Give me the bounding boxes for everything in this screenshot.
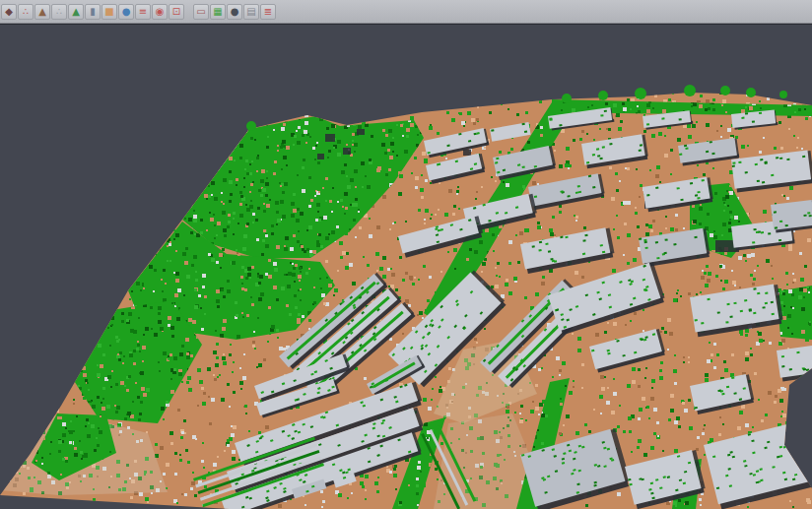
model-block-icon[interactable]: ▮ [85,4,101,20]
app-window: ◆∴▲∴▲▮■●≡◉⊡▭▦●▤≣ [0,0,812,509]
layers-icon[interactable]: ≣ [260,4,276,20]
photos-icon[interactable]: ▤ [243,4,259,20]
point-select-icon[interactable]: ∴ [18,4,34,20]
globe-icon[interactable]: ● [118,4,134,20]
region-select-icon[interactable]: ⊡ [169,4,184,20]
contour-lines-icon[interactable]: ≡ [135,4,151,20]
dark-sphere-icon[interactable]: ● [227,4,242,20]
navigation-tool-icon[interactable]: ◆ [1,4,17,20]
3d-scene [0,25,812,509]
target-marker-icon[interactable]: ◉ [152,4,168,20]
sparse-cloud-icon[interactable]: ∴ [51,4,67,20]
mesh-icon[interactable]: ▲ [68,4,84,20]
model-viewport[interactable] [0,25,812,509]
ruler-icon[interactable]: ▭ [193,4,209,20]
toolbar: ◆∴▲∴▲▮■●≡◉⊡▭▦●▤≣ [0,0,812,24]
texture-icon[interactable]: ■ [102,4,117,20]
classify-icon[interactable]: ▦ [210,4,226,20]
terrain-icon[interactable]: ▲ [34,4,50,20]
